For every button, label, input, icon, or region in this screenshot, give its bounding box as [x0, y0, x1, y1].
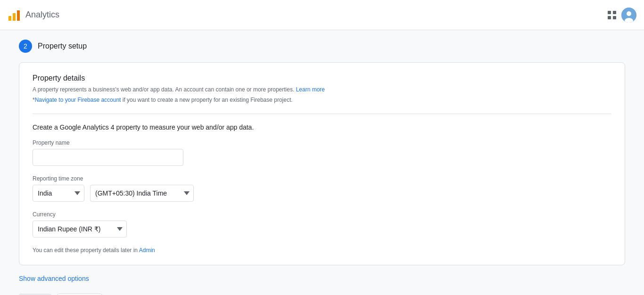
property-details-section: Property details A property represents a…: [33, 74, 611, 104]
learn-more-link[interactable]: Learn more: [296, 86, 325, 93]
svg-rect-3: [8, 16, 11, 21]
svg-rect-5: [17, 10, 20, 21]
timezone-row: India United States United Kingdom (GMT+…: [33, 185, 611, 202]
svg-rect-9: [613, 16, 616, 19]
app-header: Analytics: [0, 0, 644, 30]
firebase-note: *Navigate to your Firebase account if yo…: [33, 96, 611, 104]
svg-rect-6: [608, 11, 611, 14]
svg-rect-4: [13, 13, 16, 21]
property-details-desc: A property represents a business's web a…: [33, 85, 611, 94]
edit-note: You can edit these property details late…: [33, 247, 611, 254]
step-badge: 2: [19, 40, 32, 53]
currency-label: Currency: [33, 211, 611, 218]
property-details-title: Property details: [33, 74, 611, 82]
analytics-logo-svg: [8, 8, 21, 22]
admin-link[interactable]: Admin: [139, 247, 155, 254]
app-title: Analytics: [25, 10, 59, 20]
property-setup-card: Property details A property represents a…: [19, 62, 625, 265]
property-name-label: Property name: [33, 139, 611, 146]
step-title: Property setup: [38, 42, 87, 50]
step-header: 2 Property setup: [19, 40, 625, 53]
advanced-options-section: Show advanced options: [19, 275, 625, 282]
grid-icon[interactable]: [606, 9, 618, 21]
svg-rect-7: [613, 11, 616, 14]
firebase-link[interactable]: Navigate to your Firebase account: [35, 97, 121, 103]
header-left: Analytics: [8, 8, 59, 22]
currency-select[interactable]: Indian Rupee (INR ₹) US Dollar (USD $) E…: [33, 221, 127, 238]
property-name-input[interactable]: [33, 149, 183, 166]
property-name-group: Property name: [33, 139, 611, 166]
analytics-logo: [8, 8, 21, 22]
show-advanced-options-link[interactable]: Show advanced options: [19, 275, 89, 282]
section-divider: [33, 114, 611, 114]
header-right: [606, 8, 636, 23]
timezone-select[interactable]: (GMT+05:30) India Time (GMT+00:00) UTC: [90, 185, 194, 202]
user-avatar[interactable]: [621, 8, 636, 23]
main-content: 2 Property setup Property details A prop…: [0, 30, 644, 295]
create-description: Create a Google Analytics 4 property to …: [33, 123, 611, 131]
svg-rect-8: [608, 16, 611, 19]
currency-group: Currency Indian Rupee (INR ₹) US Dollar …: [33, 211, 611, 238]
country-select[interactable]: India United States United Kingdom: [33, 185, 84, 202]
timezone-group: Reporting time zone India United States …: [33, 175, 611, 202]
svg-point-11: [627, 11, 631, 16]
timezone-label: Reporting time zone: [33, 175, 611, 182]
